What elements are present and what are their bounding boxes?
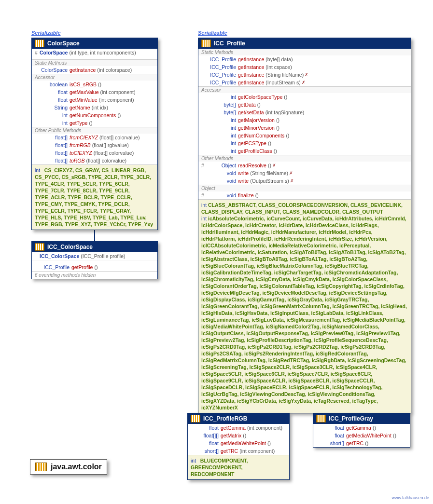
constants-block: int CLASS_ABSTRACT, CLASS_COLORSPACECONV… <box>198 199 411 413</box>
method-row: StringgetName (int idx) <box>32 104 157 111</box>
section-accessor: Accessor <box>198 86 411 93</box>
method-row: intgetPCSType () <box>198 139 411 147</box>
method-row: ColorSpacegetInstance (int colorspace) <box>32 66 157 74</box>
method-row: ICC_ProfilegetInstance (InputStream s)✗ <box>198 79 411 86</box>
section-static: Static Methods <box>198 49 411 55</box>
method-row: floatgetMinValue (int component) <box>32 96 157 104</box>
interface-label-serializable: Serializable <box>198 30 227 36</box>
class-icc-profile-gray: ICC_ProfileGray floatgetGamma ()floatget… <box>313 413 410 448</box>
section-other: Other Public Methods <box>32 127 157 134</box>
section-static: Static Methods <box>32 59 157 66</box>
constants-block: int BLUECOMPONENT, GREENCOMPONENT, REDCO… <box>188 455 289 479</box>
method-row: floatgetGamma () <box>313 424 410 432</box>
method-row: short[]getTRC (int component) <box>188 447 289 455</box>
stripes-icon <box>35 463 47 471</box>
method-row: intgetNumComponents () <box>32 111 157 119</box>
class-header: ICC_ProfileGray <box>313 413 410 424</box>
class-header: ColorSpace <box>32 38 157 49</box>
stripes-icon <box>191 415 200 422</box>
method-row: ICC_ProfilegetInstance (byte[] data) <box>198 55 411 63</box>
method-row: intgetType () <box>32 119 157 127</box>
class-header: ICC_Profile <box>198 38 411 49</box>
method-row: short[]getTRC () <box>313 439 410 447</box>
method-row: float[]fromCIEXYZ (float[] colorvalue) <box>32 134 157 141</box>
class-title: ColorSpace <box>47 40 80 47</box>
stripes-icon <box>201 40 211 47</box>
method-row: float[]fromRGB (float[] rgbvalue) <box>32 141 157 149</box>
method-row: ICC_ProfilegetInstance (int cspace) <box>198 63 411 71</box>
section-object: Object <box>198 185 411 191</box>
package-name: java.awt.color <box>51 463 102 471</box>
method-row: voidwrite (OutputStream s)✗ <box>198 177 411 185</box>
method-row: floatgetMaxValue (int component) <box>32 88 157 96</box>
method-row: floatgetMediaWhitePoint () <box>188 439 289 447</box>
method-row: byte[]getData () <box>198 101 411 109</box>
method-row: intgetColorSpaceType () <box>198 93 411 101</box>
interface-label-serializable: Serializable <box>31 30 61 36</box>
stripes-icon <box>316 415 326 422</box>
method-row: ICC_ProfilegetInstance (String fileName)… <box>198 71 411 79</box>
constants-block: int CS_CIEXYZ, CS_GRAY, CS_LINEAR_RGB, C… <box>32 164 157 230</box>
class-icc-colorspace: ICC_ColorSpace ICC_ColorSpace (ICC_Profi… <box>31 241 158 279</box>
method-row: floatgetGamma (int component) <box>188 424 289 432</box>
method-row: intgetMinorVersion () <box>198 124 411 132</box>
stripes-icon <box>35 40 44 47</box>
method-row: voidwrite (String fileName)✗ <box>198 169 411 177</box>
method-row: byte[]get/setData (int tagSignature) <box>198 109 411 116</box>
method-row: floatgetMediaWhitePoint () <box>313 432 410 439</box>
stripes-icon <box>35 243 44 251</box>
package-label: java.awt.color <box>30 459 107 475</box>
class-title: ICC_ColorSpace <box>47 244 93 250</box>
method-row: ICC_ProfilegetProfile () <box>32 263 157 271</box>
method-row: float[][]getMatrix () <box>188 432 289 439</box>
method-row: #ObjectreadResolve ()✗ <box>198 162 411 169</box>
method-row: intgetMajorVersion () <box>198 116 411 124</box>
class-header: ICC_ColorSpace <box>32 242 157 252</box>
method-row: float[]toRGB (float[] colorvalue) <box>32 157 157 164</box>
section-accessor: Accessor <box>32 74 157 81</box>
method-row: #voidfinalize () <box>198 191 411 199</box>
method-row: booleanisCS_sRGB () <box>32 81 157 88</box>
watermark: www.falkhausen.de <box>391 495 429 500</box>
method-row: intgetProfileClass () <box>198 147 411 155</box>
method-row: intgetNumComponents () <box>198 132 411 139</box>
section-other: Other Methods <box>198 155 411 162</box>
class-header: ICC_ProfileRGB <box>188 413 289 424</box>
class-title: ICC_ProfileGray <box>329 415 373 422</box>
method-row: float[]toCIEXYZ (float[] colorvalue) <box>32 149 157 157</box>
class-title: ICC_ProfileRGB <box>203 415 247 422</box>
class-icc-profile-rgb: ICC_ProfileRGB floatgetGamma (int compon… <box>187 413 290 480</box>
class-title: ICC_Profile <box>214 40 245 47</box>
class-colorspace: ColorSpace #ColorSpace (int type, int nu… <box>31 38 158 230</box>
class-icc-profile: ICC_Profile Static Methods ICC_Profilege… <box>198 38 411 413</box>
